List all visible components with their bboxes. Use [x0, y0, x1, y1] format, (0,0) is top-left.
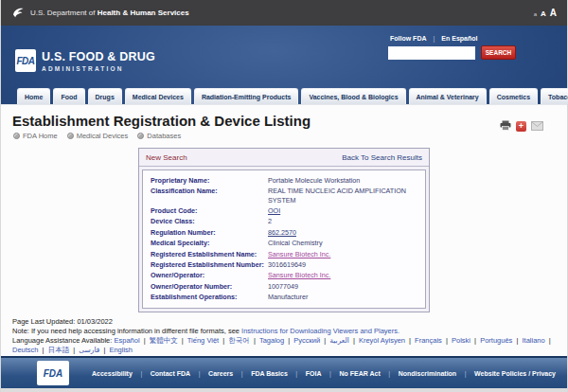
hhs-eagle-icon	[11, 6, 25, 21]
page-action-icons: +	[500, 117, 543, 134]
row-label: Owner/Operator Number:	[151, 282, 268, 291]
breadcrumb-item-databases[interactable]: Databases	[137, 132, 181, 140]
font-size-control-0[interactable]: a	[534, 11, 537, 17]
row-label: Registered Establishment Number:	[151, 260, 268, 269]
font-size-control-2[interactable]: A	[550, 8, 557, 18]
language-link-espa-ol[interactable]: Español	[114, 336, 139, 345]
language-link-deutsch[interactable]: Deutsch	[12, 346, 39, 354]
row-link-sansure-biotech-inc[interactable]: Sansure Biotech Inc.	[268, 250, 330, 258]
language-link-italiano[interactable]: Italiano	[522, 336, 544, 345]
footer-link-no-fear-act[interactable]: No FEAR Act	[339, 370, 380, 377]
row-link-ooi[interactable]: OOI	[268, 206, 280, 215]
language-separator: |	[41, 346, 46, 354]
tab-drugs[interactable]: Drugs	[88, 88, 122, 104]
language-link-ti-ng-vi-t[interactable]: Tiếng Việt	[187, 336, 219, 345]
language-separator: |	[444, 336, 450, 345]
language-link-[interactable]: 한국어	[228, 336, 250, 345]
row-label: Regulation Number:	[151, 228, 268, 237]
hhs-top-bar: U.S. Department of Health & Human Servic…	[1, 0, 567, 26]
row-value: Portable Molecule Workstation	[268, 176, 417, 185]
tab-vaccines-blood-biologics[interactable]: Vaccines, Blood & Biologics	[301, 88, 405, 104]
fda-logo[interactable]: FDA	[15, 49, 36, 72]
footer-links: Accessibility|Contact FDA|Careers|FDA Ba…	[92, 370, 556, 377]
footer-separator: |	[329, 370, 331, 377]
footer-link-fda-basics[interactable]: FDA Basics	[251, 370, 288, 377]
language-link-english[interactable]: English	[109, 346, 133, 354]
footer-link-website-policies-privacy[interactable]: Website Policies / Privacy	[474, 370, 556, 377]
footer-link-careers[interactable]: Careers	[208, 370, 233, 377]
print-icon[interactable]	[500, 117, 511, 134]
language-link-polski[interactable]: Polski	[452, 336, 470, 345]
footer-fda-logo[interactable]: FDA	[37, 361, 69, 385]
language-link-tagalog[interactable]: Tagalog	[259, 336, 284, 345]
tab-food[interactable]: Food	[53, 88, 84, 104]
language-link-[interactable]: 繁體中文	[150, 336, 178, 345]
row-label: Establishment Operations:	[151, 293, 268, 301]
row-value: 2	[268, 217, 417, 225]
row-link-sansure-biotech-inc[interactable]: Sansure Biotech Inc.	[268, 271, 330, 279]
search-bar: SEARCH	[388, 45, 516, 60]
email-icon[interactable]	[531, 117, 543, 134]
row-value: OOI	[268, 206, 417, 215]
site-title: U.S. FOOD & DRUG ADMINISTRATION	[42, 50, 155, 72]
tab-tobacco-products[interactable]: Tobacco Products	[541, 88, 568, 104]
tab-animal-veterinary[interactable]: Animal & Veterinary	[409, 88, 487, 104]
language-separator: |	[286, 336, 292, 345]
tab-medical-devices[interactable]: Medical Devices	[125, 88, 191, 104]
table-row: Owner/Operator Number:10077049	[151, 281, 417, 292]
language-separator: |	[180, 336, 186, 345]
footer-link-foia[interactable]: FOIA	[306, 370, 322, 377]
breadcrumb-icon	[67, 133, 74, 139]
site-title-line2: ADMINISTRATION	[42, 65, 155, 72]
table-row: Registered Establishment Number:30166196…	[151, 259, 417, 270]
site-title-line1: U.S. FOOD & DRUG	[42, 50, 155, 63]
page-title: Establishment Registration & Device List…	[12, 113, 567, 129]
row-value: Sansure Biotech Inc.	[268, 250, 417, 258]
row-label: Registered Establishment Name:	[151, 250, 268, 258]
language-link-[interactable]: العربية	[329, 336, 349, 345]
language-separator: |	[101, 346, 107, 354]
table-row: Medical Specialty:Clinical Chemistry	[151, 238, 417, 248]
row-link-862-2570[interactable]: 862.2570	[268, 228, 296, 237]
search-input[interactable]	[388, 46, 475, 60]
language-separator: |	[322, 336, 328, 345]
footer-link-accessibility[interactable]: Accessibility	[92, 370, 133, 377]
footer-separator: |	[295, 370, 297, 377]
tab-radiation-emitting-products[interactable]: Radiation-Emitting Products	[194, 88, 299, 104]
new-search-link[interactable]: New Search	[146, 153, 187, 162]
tab-home[interactable]: Home	[17, 88, 50, 104]
language-link-portugu-s[interactable]: Português	[480, 336, 512, 345]
font-size-control-1[interactable]: A	[541, 9, 546, 18]
search-button[interactable]: SEARCH	[481, 45, 516, 60]
record-panel-toolbar: New Search Back To Search Results	[139, 149, 429, 167]
last-updated-text: Page Last Updated: 01/03/2022	[12, 317, 556, 327]
footer-link-contact-fda[interactable]: Contact FDA	[151, 370, 190, 377]
language-link-[interactable]: 日本語	[48, 346, 70, 354]
utility-separator: |	[434, 35, 435, 42]
table-row: Establishment Operations:Manufacturer	[151, 292, 417, 302]
breadcrumb: FDA HomeMedical DevicesDatabases	[13, 132, 567, 140]
back-to-search-results-link[interactable]: Back To Search Results	[342, 153, 422, 162]
language-link-[interactable]: فارسی	[79, 346, 99, 354]
breadcrumb-label: Medical Devices	[77, 132, 129, 140]
font-size-controls: aAA	[534, 8, 557, 18]
share-icon[interactable]: +	[516, 121, 526, 132]
viewers-players-link[interactable]: Instructions for Downloading Viewers and…	[241, 327, 399, 335]
en-espanol-link[interactable]: En Español	[441, 35, 477, 42]
footer-link-nondiscrimination[interactable]: Nondiscrimination	[399, 370, 456, 377]
language-separator: |	[252, 336, 257, 345]
language-link-[interactable]: Русский	[293, 336, 320, 345]
footer-separator: |	[199, 370, 201, 377]
follow-fda-link[interactable]: Follow FDA	[390, 35, 427, 42]
table-row: Device Class:2	[151, 216, 417, 226]
breadcrumb-item-medical-devices[interactable]: Medical Devices	[67, 132, 129, 140]
row-label: Owner/Operator:	[151, 271, 268, 279]
language-link-krey-l-ayisyen[interactable]: Kreyòl Ayisyen	[359, 336, 405, 345]
breadcrumb-icon	[13, 133, 20, 139]
tab-cosmetics[interactable]: Cosmetics	[489, 88, 538, 104]
language-separator: |	[547, 336, 551, 345]
row-label: Medical Specialty:	[151, 239, 268, 247]
row-label: Classification Name:	[151, 187, 268, 205]
breadcrumb-item-fda-home[interactable]: FDA Home	[13, 132, 58, 140]
language-link-fran-ais[interactable]: Français	[415, 336, 442, 345]
